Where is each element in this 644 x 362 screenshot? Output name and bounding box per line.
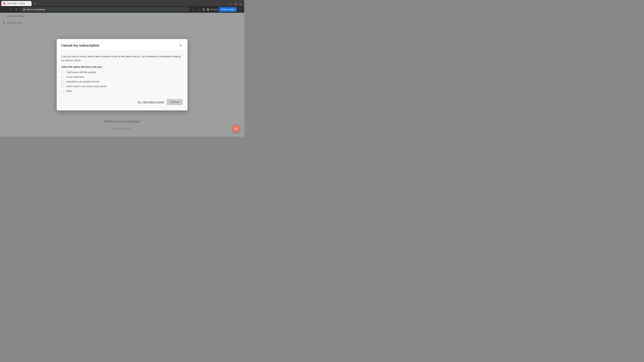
new-tab-button[interactable]: + xyxy=(32,1,37,6)
tab-bar: L John Smith > Litmus ✕ + — ❐ ✕ xyxy=(0,0,244,6)
incognito-icon: 🕵 xyxy=(206,8,210,11)
radio-not-monthly[interactable] xyxy=(62,85,64,88)
address-url-bar[interactable]: 🔒 litmus.com/settings xyxy=(20,7,189,12)
option-not-monthly[interactable]: I don't need to use Litmus every month xyxy=(62,85,183,88)
modal-close-button[interactable]: ✕ xyxy=(178,43,183,48)
incognito-label: 🕵 Incognito xyxy=(206,8,218,11)
forward-button[interactable]: → xyxy=(8,7,13,12)
menu-button[interactable]: ⋮ xyxy=(238,7,242,12)
toolbar-actions: ☆ ⇣ ▨ 🕵 Incognito Finish update ⋮ xyxy=(190,7,242,12)
select-label: Select the option that best suits you: xyxy=(62,65,183,68)
modal-footer: No, I don't want to cancel Continue xyxy=(62,98,183,105)
close-window-button[interactable]: ✕ xyxy=(239,3,242,5)
extensions-button[interactable]: ▨ xyxy=(201,7,206,12)
option-other[interactable]: Other xyxy=(62,90,183,92)
back-button[interactable]: ← xyxy=(2,7,7,12)
cancellation-reason-group: I had issues with the product It's too e… xyxy=(62,71,183,92)
no-cancel-button[interactable]: No, I don't want to cancel xyxy=(138,101,164,103)
modal-title: Cancel my subscription xyxy=(62,43,99,47)
help-widget[interactable]: ☍ xyxy=(232,125,240,133)
modal-description: If you do need to cancel, please take a … xyxy=(62,55,183,62)
tab-favicon: L xyxy=(3,2,5,5)
address-bar: ← → ↻ 🔒 litmus.com/settings ☆ ⇣ ▨ 🕵 Inco… xyxy=(0,6,244,13)
option-another-service-label: I decided to use another service xyxy=(66,80,99,83)
radio-another-service[interactable] xyxy=(62,80,64,83)
option-expensive[interactable]: It's too expensive xyxy=(62,76,183,78)
tab-title: John Smith > Litmus xyxy=(7,2,26,5)
radio-expensive[interactable] xyxy=(62,76,64,78)
option-another-service[interactable]: I decided to use another service xyxy=(62,80,183,83)
continue-button[interactable]: Continue xyxy=(167,99,183,105)
option-other-label: Other xyxy=(66,90,72,92)
url-text: litmus.com/settings xyxy=(27,8,45,11)
modal-body: If you do need to cancel, please take a … xyxy=(57,51,188,110)
reload-button[interactable]: ↻ xyxy=(14,7,19,12)
start-cancellation-button[interactable]: Start cancellation xyxy=(113,127,131,130)
radio-issues[interactable] xyxy=(62,71,64,73)
radio-other[interactable] xyxy=(62,90,64,92)
browser-chrome: L John Smith > Litmus ✕ + — ❐ ✕ ← → ↻ 🔒 … xyxy=(0,0,244,13)
tab-close-button[interactable]: ✕ xyxy=(27,2,30,5)
bookmark-button[interactable]: ☆ xyxy=(190,7,195,12)
option-issues-label: I had issues with the product xyxy=(66,71,96,73)
option-issues[interactable]: I had issues with the product xyxy=(62,71,183,73)
thinking-heading: Thinking of cancelling? xyxy=(103,119,141,123)
active-tab[interactable]: L John Smith > Litmus ✕ xyxy=(1,1,32,6)
option-not-monthly-label: I don't need to use Litmus every month xyxy=(66,85,106,88)
minimize-button[interactable]: — xyxy=(229,3,232,5)
window-controls: — ❐ ✕ xyxy=(228,2,243,6)
lock-icon: 🔒 xyxy=(23,8,25,10)
life-ring-icon: ☍ xyxy=(234,127,238,131)
cancel-subscription-modal: Cancel my subscription ✕ If you do need … xyxy=(57,39,188,110)
option-expensive-label: It's too expensive xyxy=(66,76,84,78)
modal-header: Cancel my subscription ✕ xyxy=(57,39,188,51)
download-button[interactable]: ⇣ xyxy=(196,7,200,12)
overlay: Thinking of cancelling? Start cancellati… xyxy=(0,13,244,137)
restore-button[interactable]: ❐ xyxy=(234,3,236,5)
finish-update-button[interactable]: Finish update xyxy=(219,7,237,12)
